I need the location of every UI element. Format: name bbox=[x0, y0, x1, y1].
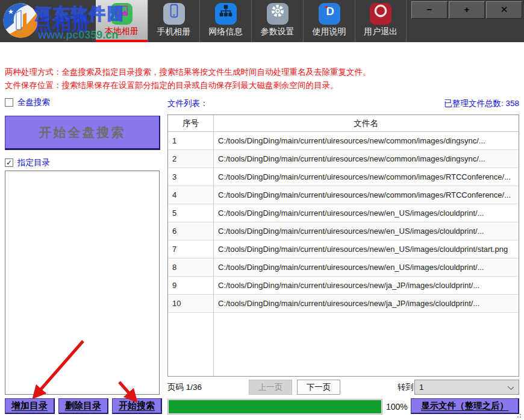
tab-label: 本地相册 bbox=[96, 26, 148, 37]
tab-phone-album[interactable]: 手机相册 bbox=[148, 0, 199, 42]
row-index: 9 bbox=[168, 277, 213, 294]
progress-bar bbox=[167, 399, 382, 415]
page-number-label: 页码 1/36 bbox=[167, 382, 202, 393]
start-full-disk-search-button[interactable]: 开始全盘搜索 bbox=[5, 116, 160, 150]
tab-label: 参数设置 bbox=[252, 27, 303, 37]
tab-label: 用户退出 bbox=[355, 27, 406, 37]
row-path: C:/tools/DingDing/main/current/uiresourc… bbox=[213, 295, 519, 312]
table-row[interactable]: 4C:/tools/DingDing/main/current/uiresour… bbox=[168, 186, 519, 204]
table-body: 1C:/tools/DingDing/main/current/uiresour… bbox=[168, 132, 519, 313]
instruction-line-1: 两种处理方式：全盘搜索及指定目录搜索，搜索结果将按文件生成时间自动处理重名及去除… bbox=[5, 67, 523, 78]
checkbox-checked-icon[interactable] bbox=[5, 158, 13, 167]
app-window: ★ 本地相册 手机相册 网络信息 bbox=[0, 0, 524, 420]
gear-icon bbox=[267, 3, 289, 25]
row-path: C:/tools/DingDing/main/current/uiresourc… bbox=[213, 168, 519, 186]
row-index: 7 bbox=[168, 240, 213, 258]
tab-settings[interactable]: 参数设置 bbox=[251, 0, 303, 42]
table-row[interactable]: 1C:/tools/DingDing/main/current/uiresour… bbox=[168, 132, 519, 150]
watermark-app-name: 点相册 bbox=[34, 14, 90, 33]
minimize-button[interactable]: − bbox=[411, 1, 448, 19]
show-files-button[interactable]: 显示文件（整理之后） bbox=[411, 398, 519, 414]
progress-fill bbox=[169, 400, 381, 413]
tab-local-album[interactable]: 本地相册 bbox=[96, 0, 148, 42]
row-index: 6 bbox=[168, 222, 213, 240]
row-index: 2 bbox=[168, 150, 213, 168]
header-index: 序号 bbox=[168, 115, 213, 131]
file-list-label: 文件列表： bbox=[167, 98, 208, 109]
tab-label: 网络信息 bbox=[200, 27, 251, 37]
add-directory-button[interactable]: 增加目录 bbox=[5, 398, 55, 414]
checkbox-box-icon[interactable] bbox=[5, 98, 13, 107]
header-filename: 文件名 bbox=[213, 115, 519, 131]
instruction-line-2: 文件保存位置：搜索结果保存在设置部分指定的目录或自动保存到最大磁盘剩余空间的目录… bbox=[5, 80, 523, 91]
tab-network-info[interactable]: 网络信息 bbox=[199, 0, 251, 42]
row-path: C:/tools/DingDing/main/current/uiresourc… bbox=[213, 186, 519, 204]
svg-text:★: ★ bbox=[8, 8, 14, 15]
goto-label: 转到 bbox=[398, 382, 414, 393]
goto-page-select[interactable]: 1 bbox=[414, 380, 519, 395]
delete-directory-button[interactable]: 删除目录 bbox=[58, 398, 108, 414]
total-files-label: 已整理文件总数: 358 bbox=[444, 98, 519, 109]
row-path: C:/tools/DingDing/main/current/uiresourc… bbox=[213, 150, 519, 168]
help-d-icon: D bbox=[319, 3, 340, 25]
goto-page-value: 1 bbox=[419, 383, 424, 392]
table-row[interactable]: 2C:/tools/DingDing/main/current/uiresour… bbox=[168, 150, 519, 168]
row-index: 5 bbox=[168, 204, 213, 222]
specify-directory-checkbox[interactable]: 指定目录 bbox=[5, 157, 50, 168]
tab-logout[interactable]: 用户退出 bbox=[355, 0, 407, 42]
tab-label: 手机相册 bbox=[148, 27, 199, 37]
table-row[interactable]: 5C:/tools/DingDing/main/current/uiresour… bbox=[168, 204, 519, 222]
next-page-button[interactable]: 下一页 bbox=[297, 380, 340, 395]
resize-grip[interactable] bbox=[515, 412, 521, 418]
checkbox-label: 指定目录 bbox=[17, 157, 50, 168]
file-table: 序号 文件名 1C:/tools/DingDing/main/current/u… bbox=[167, 114, 519, 377]
phone-icon bbox=[163, 3, 185, 25]
table-header: 序号 文件名 bbox=[168, 115, 519, 132]
row-path: C:/tools/DingDing/main/current/uiresourc… bbox=[213, 132, 519, 149]
table-row[interactable]: 9C:/tools/DingDing/main/current/uiresour… bbox=[168, 277, 519, 295]
row-path: C:/tools/DingDing/main/current/uiresourc… bbox=[213, 277, 519, 294]
toolbar: ★ 本地相册 手机相册 网络信息 bbox=[0, 0, 524, 42]
table-row[interactable]: 3C:/tools/DingDing/main/current/uiresour… bbox=[168, 168, 519, 186]
row-index: 8 bbox=[168, 259, 213, 276]
start-search-button[interactable]: 开始搜索 bbox=[112, 398, 162, 414]
table-row[interactable]: 8C:/tools/DingDing/main/current/uiresour… bbox=[168, 259, 519, 277]
progress-percent-label: 100% bbox=[386, 402, 408, 412]
logout-ring-icon bbox=[370, 3, 391, 25]
row-index: 4 bbox=[168, 186, 213, 204]
row-index: 10 bbox=[168, 295, 213, 312]
chevron-down-icon bbox=[508, 384, 514, 390]
tab-help[interactable]: D 使用说明 bbox=[303, 0, 355, 42]
gallery-icon bbox=[111, 3, 133, 25]
tab-label: 使用说明 bbox=[304, 27, 355, 37]
app-logo-icon: ★ bbox=[3, 3, 38, 38]
table-row[interactable]: 10C:/tools/DingDing/main/current/uiresou… bbox=[168, 295, 519, 313]
row-path: C:/tools/DingDing/main/current/uiresourc… bbox=[213, 240, 519, 258]
row-path: C:/tools/DingDing/main/current/uiresourc… bbox=[213, 259, 519, 276]
table-row[interactable]: 6C:/tools/DingDing/main/current/uiresour… bbox=[168, 222, 519, 240]
row-index: 3 bbox=[168, 168, 213, 186]
close-button[interactable]: ✕ bbox=[486, 1, 522, 19]
row-index: 1 bbox=[168, 132, 213, 149]
full-disk-search-checkbox[interactable]: 全盘搜索 bbox=[5, 97, 50, 108]
maximize-button[interactable]: + bbox=[449, 1, 485, 19]
checkbox-label: 全盘搜索 bbox=[17, 97, 50, 108]
directory-list[interactable] bbox=[5, 171, 160, 395]
table-row[interactable]: 7C:/tools/DingDing/main/current/uiresour… bbox=[168, 240, 519, 259]
prev-page-button[interactable]: 上一页 bbox=[249, 380, 292, 395]
row-path: C:/tools/DingDing/main/current/uiresourc… bbox=[213, 222, 519, 240]
column-divider bbox=[213, 115, 214, 376]
row-path: C:/tools/DingDing/main/current/uiresourc… bbox=[213, 204, 519, 222]
network-icon bbox=[215, 3, 237, 25]
